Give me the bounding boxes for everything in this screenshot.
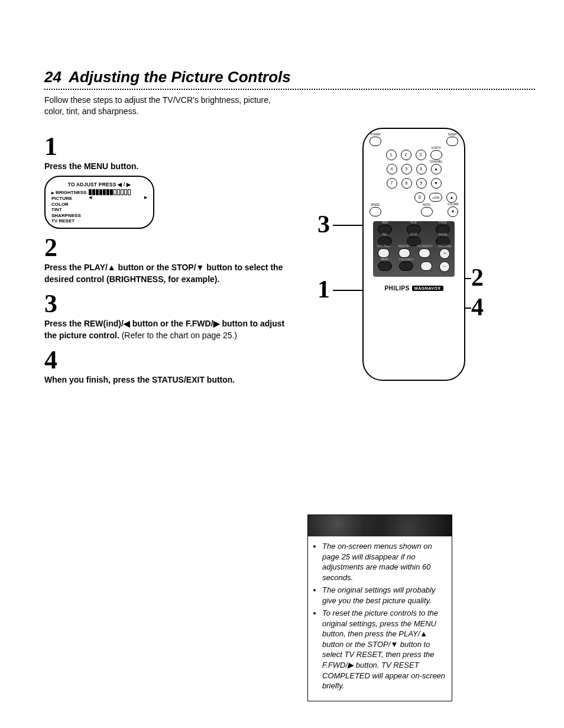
power-button[interactable]: POWER — [369, 137, 381, 146]
tip-item: The original settings will probably give… — [322, 585, 446, 606]
plus-100-button[interactable]: +100 — [429, 193, 442, 202]
callout-2: 2 — [471, 265, 484, 290]
columns: 1 Press the MENU button. TO ADJUST PRESS… — [44, 128, 529, 386]
channel-down-button[interactable]: ▼ — [431, 178, 442, 189]
pulse-edit-button[interactable]: PULSE/EDIT — [419, 248, 430, 258]
step-1-text: Press the MENU button. — [44, 161, 299, 173]
callout-4: 4 — [471, 295, 484, 319]
remote-row: 7 8 9 ▼ — [369, 178, 458, 189]
tip-box-body: The on-screen menus shown on page 25 wil… — [308, 536, 452, 701]
remote-row: 0 +100 ▲ — [368, 192, 459, 203]
page-title: Adjusting the Picture Controls — [69, 68, 291, 86]
osd-item: TV RESET — [51, 218, 86, 224]
status-exit-button[interactable]: STATUS/EXIT — [399, 261, 413, 271]
mute-button[interactable]: MUTE — [421, 207, 433, 216]
osd-body: BRIGHTNESS PICTURE COLOR TINT SHARPNESS … — [49, 190, 150, 224]
num-9-button[interactable]: 9 — [416, 178, 427, 189]
sleep-button[interactable]: SLEEP — [446, 137, 458, 146]
osd-bar-column: ◀ ▶ — [89, 190, 147, 224]
step-3-text: Press the REW(ind)/◀ button or the F.FWD… — [44, 318, 299, 341]
tip-box-header — [308, 515, 452, 536]
step-4-text: When you finish, press the STATUS/EXIT b… — [44, 374, 299, 386]
remote-stage: 3 1 2 4 POWER SLEEP 1 2 3 — [334, 128, 494, 381]
remote-dark-panel: REW PLAY F.FWD REC STOP PAUSE VCR Plus+ … — [373, 221, 455, 277]
menu-button[interactable]: MENU — [378, 261, 392, 271]
volume-up-button[interactable]: ▲ — [446, 192, 457, 203]
vcrplus-button[interactable]: VCR Plus+ — [378, 248, 390, 258]
tip-item: To reset the picture controls to the ori… — [322, 608, 446, 691]
remote-row: 4 5 6 CHANNEL▲ — [369, 164, 458, 174]
tip-box: The on-screen menus shown on page 25 wil… — [307, 515, 452, 701]
left-column: 1 Press the MENU button. TO ADJUST PRESS… — [44, 128, 299, 386]
onscreen-menu: TO ADJUST PRESS ◀ / ▶ BRIGHTNESS PICTURE… — [44, 176, 154, 229]
tracking-up-button[interactable]: TRACKING+ — [439, 248, 450, 259]
num-1-button[interactable]: 1 — [386, 150, 397, 160]
page-title-row: 24 Adjusting the Picture Controls — [44, 68, 529, 86]
num-3-button[interactable]: 3 — [416, 150, 426, 160]
num-6-button[interactable]: 6 — [416, 164, 427, 174]
speed-button[interactable]: SPEED — [369, 207, 381, 216]
volume-down-button[interactable]: VOLUME▼ — [448, 206, 458, 217]
memory-button[interactable]: MEMORY — [398, 248, 410, 258]
step-number-2: 2 — [44, 235, 299, 261]
remote-control: POWER SLEEP 1 2 3 VCR/TV 4 5 6 CHANNEL▲ — [362, 128, 465, 381]
remote-row: SPEED MUTE VOLUME▼ — [366, 206, 462, 217]
osd-item: PICTURE — [51, 196, 86, 202]
osd-item: COLOR — [51, 202, 86, 208]
page-content: 24 Adjusting the Picture Controls Follow… — [44, 68, 529, 386]
remote-row: POWER SLEEP — [366, 137, 462, 146]
osd-item: SHARPNESS — [51, 213, 86, 219]
osd-level-bar — [89, 190, 147, 195]
vcr-tv-button[interactable]: VCR/TV — [430, 150, 442, 160]
step-number-4: 4 — [44, 347, 299, 373]
channel-up-button[interactable]: CHANNEL▲ — [431, 164, 442, 174]
remote-row: 1 2 3 VCR/TV — [369, 150, 458, 160]
tracking-down-button[interactable]: − — [439, 261, 450, 272]
tip-list: The on-screen menus shown on page 25 wil… — [314, 541, 446, 691]
num-0-button[interactable]: 0 — [414, 192, 425, 203]
num-2-button[interactable]: 2 — [401, 150, 411, 160]
osd-title: TO ADJUST PRESS ◀ / ▶ — [49, 182, 150, 187]
step-1-bold: Press the MENU button. — [44, 161, 138, 171]
step-number-3: 3 — [44, 291, 299, 317]
callout-1: 1 — [317, 277, 330, 302]
callout-3: 3 — [317, 212, 330, 237]
divider — [44, 89, 535, 90]
num-7-button[interactable]: 7 — [387, 178, 397, 189]
brand-philips: PHILIPS — [384, 285, 409, 292]
osd-item: BRIGHTNESS — [51, 190, 86, 196]
left-arrow-icon: ◀ — [89, 195, 92, 200]
num-5-button[interactable]: 5 — [401, 164, 412, 174]
osd-arrows: ◀ ▶ — [89, 195, 147, 200]
right-column: 3 1 2 4 POWER SLEEP 1 2 3 — [310, 128, 517, 381]
remote-brand: PHILIPS MAGNAVOX — [384, 285, 443, 292]
osd-item: TINT — [51, 207, 86, 213]
page-number: 24 — [44, 68, 61, 86]
osd-item-list: BRIGHTNESS PICTURE COLOR TINT SHARPNESS … — [51, 190, 86, 224]
num-4-button[interactable]: 4 — [387, 164, 397, 174]
num-8-button[interactable]: 8 — [401, 178, 412, 189]
step-number-1: 1 — [44, 134, 299, 160]
blank-button[interactable] — [420, 261, 432, 271]
step-2-text: Press the PLAY/▲ button or the STOP/▼ bu… — [44, 262, 299, 285]
right-arrow-icon: ▶ — [144, 195, 147, 200]
brand-magnavox: MAGNAVOX — [412, 286, 443, 291]
remote-row: MENU STATUS/EXIT − — [375, 261, 452, 272]
tip-item: The on-screen menus shown on page 25 wil… — [322, 541, 446, 583]
intro-text: Follow these steps to adjust the TV/VCR'… — [44, 95, 281, 117]
